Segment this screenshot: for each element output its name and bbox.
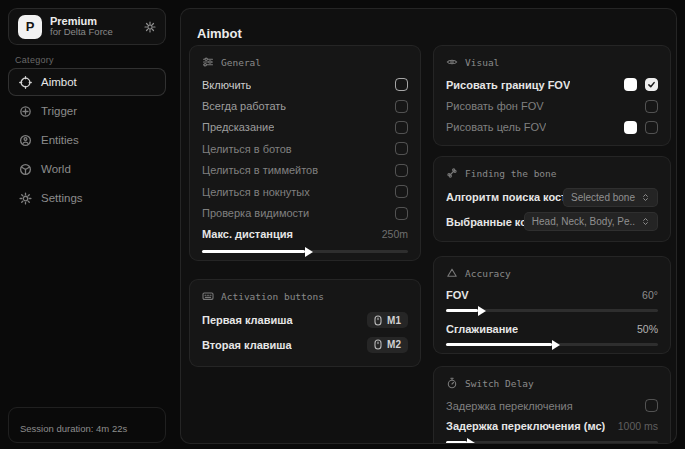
setting-label: Всегда работать (202, 100, 286, 112)
checkbox-draw-fov-border[interactable] (645, 78, 658, 91)
color-swatch-fov-border[interactable] (624, 78, 637, 91)
checkbox-always-work[interactable] (395, 100, 408, 113)
section-header-finding: Finding the bone (446, 167, 658, 179)
stopwatch-icon (446, 377, 458, 389)
dropdown-value: Selected bone (571, 192, 635, 203)
brand-subtitle: for Delta Force (50, 27, 136, 38)
brand-card: P Premium for Delta Force (8, 8, 166, 45)
setting-label: Предсказание (202, 121, 274, 133)
triangle-icon (446, 267, 458, 279)
category-label: Category (15, 55, 54, 65)
color-swatch-fov-target[interactable] (624, 121, 637, 134)
sidebar-item-label: World (41, 163, 71, 175)
section-title: Activation buttons (221, 291, 324, 302)
session-card: Session duration: 4m 22s (8, 407, 166, 443)
setting-label: Макс. дистанция (202, 228, 293, 240)
mouse-icon (374, 315, 382, 326)
card-finding-the-bone: Finding the bone Алгоритм поиска костей … (433, 156, 671, 242)
section-title: General (221, 57, 261, 68)
keybind-label: Вторая клавиша (202, 339, 292, 351)
checkbox-aim-bots[interactable] (395, 142, 408, 155)
setting-row: Рисовать границу FOV (446, 74, 658, 95)
setting-label: Целиться в ботов (202, 143, 292, 155)
dropdown-label: Выбранные кости (446, 216, 524, 228)
gear-icon (19, 192, 32, 205)
globe-icon (19, 163, 32, 176)
dropdown-label: Алгоритм поиска костей (446, 191, 563, 203)
sidebar-item-trigger[interactable]: Trigger (8, 97, 166, 125)
sidebar-nav: Aimbot Trigger Entities (8, 68, 166, 213)
mouse-icon (374, 339, 382, 350)
sidebar: P Premium for Delta Force Category (0, 0, 176, 449)
setting-row: Предсказание (202, 117, 408, 138)
sidebar-item-entities[interactable]: Entities (8, 126, 166, 154)
checkbox-enable[interactable] (395, 78, 408, 91)
keybind-button-first[interactable]: M1 (367, 312, 408, 328)
slider-fill[interactable] (446, 441, 467, 444)
setting-row: Всегда работать (202, 95, 408, 116)
main-panel: Aimbot General Включить Всегда работать (180, 8, 677, 444)
card-visual: Visual Рисовать границу FOV Рисовать фон… (433, 45, 671, 146)
sidebar-item-aimbot[interactable]: Aimbot (8, 68, 166, 96)
slider-label: Сглаживание (446, 323, 518, 335)
fov-value: 60° (642, 289, 658, 301)
setting-label: Включить (202, 79, 251, 91)
checkbox-switch-delay[interactable] (645, 399, 658, 412)
checkbox-draw-fov-background[interactable] (645, 100, 658, 113)
slider-row: FOV 60° (446, 285, 658, 304)
section-header-accuracy: Accuracy (446, 267, 658, 279)
section-title: Visual (465, 57, 499, 68)
slider-fill[interactable] (446, 309, 478, 312)
gear-icon[interactable] (144, 21, 156, 33)
bone-icon (446, 167, 458, 179)
session-duration-text: Session duration: 4m 22s (20, 423, 127, 434)
keybind-value: M1 (387, 315, 401, 326)
bone-algorithm-dropdown[interactable]: Selected bone (563, 188, 658, 207)
setting-row: Рисовать цель FOV (446, 117, 658, 138)
chevron-up-down-icon (641, 217, 650, 226)
selected-bones-dropdown[interactable]: Head, Neck, Body, Pe.. (524, 212, 658, 231)
slider-label: FOV (446, 289, 469, 301)
setting-row: Целиться в нокнутых (202, 181, 408, 202)
keybind-row: Первая клавиша M1 (202, 308, 408, 333)
smoothing-value: 50% (637, 323, 658, 335)
slider-fill[interactable] (202, 250, 305, 253)
setting-label: Целиться в тиммейтов (202, 164, 318, 176)
section-title: Accuracy (465, 268, 511, 279)
eye-icon (446, 56, 458, 68)
slider-label: Задержка переключения (мс) (446, 420, 605, 432)
section-header-activation: Activation buttons (202, 290, 408, 302)
entities-icon (19, 134, 32, 147)
fov-slider[interactable] (446, 309, 658, 312)
card-accuracy: Accuracy FOV 60° Сглаживание 50% (433, 256, 671, 354)
trigger-icon (19, 105, 32, 118)
section-title: Finding the bone (465, 168, 557, 179)
switch-delay-slider[interactable] (446, 441, 658, 444)
brand-logo: P (18, 15, 42, 39)
slider-fill[interactable] (446, 343, 552, 346)
setting-row: Включить (202, 74, 408, 95)
sidebar-item-settings[interactable]: Settings (8, 184, 166, 212)
checkbox-aim-knocked[interactable] (395, 185, 408, 198)
setting-label: Целиться в нокнутых (202, 186, 310, 198)
max-distance-slider[interactable] (202, 250, 408, 253)
sidebar-item-label: Aimbot (41, 76, 77, 88)
setting-row: Целиться в тиммейтов (202, 160, 408, 181)
keybind-button-second[interactable]: M2 (367, 337, 408, 353)
keybind-row: Вторая клавиша M2 (202, 333, 408, 358)
setting-row: Рисовать фон FOV (446, 95, 658, 116)
sidebar-item-world[interactable]: World (8, 155, 166, 183)
brand-text: Premium for Delta Force (50, 15, 136, 39)
section-header-general: General (202, 56, 408, 68)
setting-row: Проверка видимости (202, 202, 408, 223)
setting-label: Рисовать цель FOV (446, 121, 546, 133)
checkbox-visibility-check[interactable] (395, 207, 408, 220)
setting-label: Рисовать границу FOV (446, 79, 570, 91)
slider-row: Задержка переключения (мс) 1000 ms (446, 416, 658, 436)
smoothing-slider[interactable] (446, 343, 658, 346)
check-icon (647, 80, 656, 89)
checkbox-draw-fov-target[interactable] (645, 121, 658, 134)
checkbox-aim-teammates[interactable] (395, 164, 408, 177)
checkbox-prediction[interactable] (395, 121, 408, 134)
crosshair-icon (19, 76, 32, 89)
